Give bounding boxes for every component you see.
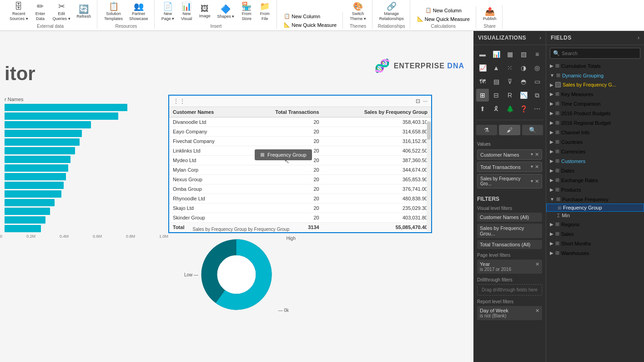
fields-search-input[interactable] [562,51,637,56]
total-transactions-filter[interactable]: Total Transactions (All) [477,240,542,249]
bar-row[interactable] [5,216,164,224]
viz-icon-6[interactable]: ▲ [490,61,503,74]
bar-row[interactable] [5,104,164,111]
field-group-header-1[interactable]: ▼ ⊞ Dynamic Grouping [546,71,644,80]
viz-icon-19[interactable]: ⧉ [531,89,543,102]
refresh-btn[interactable]: 🔄 Refresh [75,3,94,20]
table-more-icon[interactable]: ··· [423,98,428,104]
fields-search-box[interactable]: 🔍 [550,48,640,59]
field-group-header-5[interactable]: ▶ ⊞ 2016 Product Budgets [546,109,644,117]
sales-frequency-filter[interactable]: Sales by Frequency Grou... [477,224,542,238]
fields-panel-expand[interactable]: › [638,35,639,41]
table-row[interactable]: Divanoodle Ltd20358,403.10 [169,117,431,127]
field-group-header-14[interactable]: ▼ ⊞ Purchase Frequency [546,195,644,204]
solution-templates-btn[interactable]: 📋 SolutionTemplates [102,0,125,23]
viz-icon-23[interactable]: ❓ [517,102,530,115]
customer-names-remove[interactable]: ✕ [535,152,539,158]
viz-icon-4[interactable]: ≡ [531,48,543,61]
table-row[interactable]: Mylan Corp20344,674.00 [169,165,431,175]
table-row[interactable]: Nexus Group20365,853.90 [169,175,431,184]
bar-row[interactable] [5,112,164,120]
new-visual-btn[interactable]: 📊 NewVisual [178,0,195,23]
new-column-calc-btn[interactable]: 📋New Column [423,6,464,14]
viz-icon-15[interactable]: ⊞ [476,89,489,102]
new-quick-measure-btn[interactable]: 📐 New Quick Measure [282,21,339,29]
viz-icon-3[interactable]: ▨ [517,48,530,61]
new-column-btn[interactable]: 📋 New Column [282,12,322,20]
shapes-btn[interactable]: 🔷 Shapes ▾ [215,3,236,20]
new-quick-measure-calc-btn[interactable]: 📐New Quick Measure [415,15,472,23]
bar-row[interactable] [5,208,164,215]
viz-icon-1[interactable]: 📊 [490,48,503,61]
viz-icon-17[interactable]: R [503,89,516,102]
new-page-btn[interactable]: 📄 NewPage ▾ [159,0,177,23]
field-group-header-8[interactable]: ▶ ⊞ Countries [546,138,644,146]
customer-names-dropdown[interactable]: ▾ [531,152,533,158]
viz-icon-11[interactable]: ▤ [490,75,503,88]
field-group-header-10[interactable]: ▶ ⊞ Customers [546,157,644,165]
table-row[interactable]: Omba Group20376,741.00 [169,184,431,194]
filter-viz-btn[interactable]: ⚗ [476,125,497,135]
field-item-0[interactable]: ⊞ Frequency Group [546,204,644,212]
viz-icon-22[interactable]: 🌲 [503,102,516,115]
edit-queries-btn[interactable]: ✂ EditQueries ▾ [50,0,73,23]
field-group-header-3[interactable]: ▶ ⊞ Key Measures [546,90,644,98]
viz-icon-13[interactable]: ◓ [517,75,530,88]
manage-relationships-btn[interactable]: 🔗 ManageRelationships [377,0,406,23]
viz-icon-21[interactable]: 🎗 [490,102,503,115]
bar-row[interactable] [5,164,164,172]
field-group-header-13[interactable]: ▶ ⊞ Products [546,185,644,194]
bar-chart[interactable] [0,104,168,232]
sales-frequency-remove[interactable]: ✕ [535,178,539,184]
bar-row[interactable] [5,173,164,180]
table-row[interactable]: Fivechat Company20316,152.90 [169,137,431,146]
viz-icon-7[interactable]: ⁙ [503,61,516,74]
table-visual[interactable]: ⋮⋮ ⊡ ··· Customer Names Total Transactio… [168,95,432,233]
viz-icon-9[interactable]: ◎ [531,61,543,74]
table-row[interactable]: Skinder Group20403,031.80 [169,213,431,223]
partner-showcase-btn[interactable]: 👥 PartnerShowcase [127,0,151,23]
col-sales-frequency[interactable]: Sales by Frequency Group [323,107,431,117]
year-filter-remove[interactable]: ✕ [535,261,539,267]
field-group-header-18[interactable]: ▶ ⊞ Warehouses [546,249,644,257]
image-btn[interactable]: 🖼 Image [196,3,213,20]
viz-icon-12[interactable]: ⊽ [503,75,516,88]
table-expand-icon[interactable]: ⊡ [416,98,420,104]
field-group-header-11[interactable]: ▶ ⊞ Dates [546,166,644,175]
sales-frequency-dropdown[interactable]: ▾ [531,178,533,184]
field-group-header-2[interactable]: ▶ Sales by Frequency G... [546,81,644,89]
viz-icon-14[interactable]: ▭ [531,75,543,88]
field-group-header-15[interactable]: ▶ ⊞ Regions [546,220,644,229]
field-group-header-9[interactable]: ▶ ⊞ Currencies [546,147,644,156]
publish-btn[interactable]: 📤 Publish [481,5,499,23]
donut-chart-svg[interactable] [196,234,277,316]
viz-panel-expand[interactable]: › [539,35,541,41]
field-group-header-12[interactable]: ▶ ⊞ Exchange Rates [546,176,644,184]
viz-icon-2[interactable]: ▦ [503,48,516,61]
from-file-btn[interactable]: 📁 FromFile [257,0,273,23]
table-row[interactable]: Eayo Company20314,658.80 [169,127,431,137]
from-store-btn[interactable]: 🏪 FromStore [238,0,255,23]
bar-row[interactable] [5,121,164,128]
viz-icon-5[interactable]: 📈 [476,61,489,74]
bar-row[interactable] [5,225,164,232]
field-group-header-4[interactable]: ▶ ⊞ Time Comparison [546,99,644,108]
drillthrough-drag-zone[interactable]: Drag drillthrough fields here [477,284,542,296]
recent-sources-btn[interactable]: 🗄 RecentSources ▾ [7,0,30,23]
table-row[interactable]: Rhynoodle Ltd20480,838.90 [169,194,431,204]
viz-icon-0[interactable]: ▬ [476,48,489,61]
viz-icon-24[interactable]: ⋯ [531,102,543,115]
viz-icon-10[interactable]: 🗺 [476,75,489,88]
viz-icon-8[interactable]: ◑ [517,61,530,74]
viz-icon-20[interactable]: ⬆ [476,102,489,115]
analytics-viz-btn[interactable]: 🔍 [522,125,543,135]
bar-row[interactable] [5,156,164,163]
viz-icon-18[interactable]: 📉 [517,89,530,102]
bar-row[interactable] [5,190,164,198]
customer-names-chip[interactable]: Customer Names ▾ ✕ [477,149,542,160]
table-row[interactable]: Skajo Ltd20235,029.30 [169,204,431,213]
customer-names-filter[interactable]: Customer Names (All) [477,213,542,222]
sales-frequency-chip[interactable]: Sales by Frequency Gro... ▾ ✕ [477,174,542,189]
viz-icon-16[interactable]: ⊟ [490,89,503,102]
enter-data-btn[interactable]: ✏ EnterData [32,0,49,23]
